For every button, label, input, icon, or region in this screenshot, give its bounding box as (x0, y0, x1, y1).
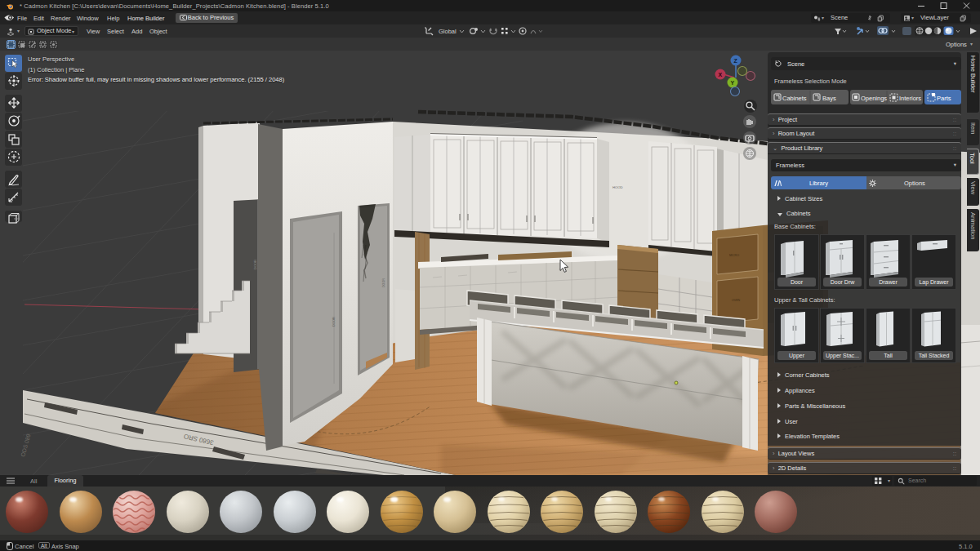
svg-text:Bays: Bays (822, 95, 836, 102)
svg-text:Cabinets: Cabinets (782, 95, 807, 102)
svg-text:Openings: Openings (861, 95, 887, 102)
svg-text:Y: Y (731, 80, 735, 86)
svg-text:OVEN: OVEN (732, 299, 741, 302)
svg-text:DOOR: DOOR (332, 317, 336, 327)
svg-text:MICRO: MICRO (729, 254, 739, 257)
svg-text:Parts: Parts (937, 95, 951, 102)
svg-text:DOOR: DOOR (382, 278, 385, 287)
svg-text:DOOR: DOOR (253, 260, 257, 269)
svg-text:HOOD: HOOD (612, 185, 623, 189)
svg-text:Global: Global (439, 28, 457, 35)
svg-text:X: X (719, 72, 723, 78)
svg-text:Z: Z (734, 58, 738, 64)
svg-text:Interiors: Interiors (899, 95, 921, 102)
